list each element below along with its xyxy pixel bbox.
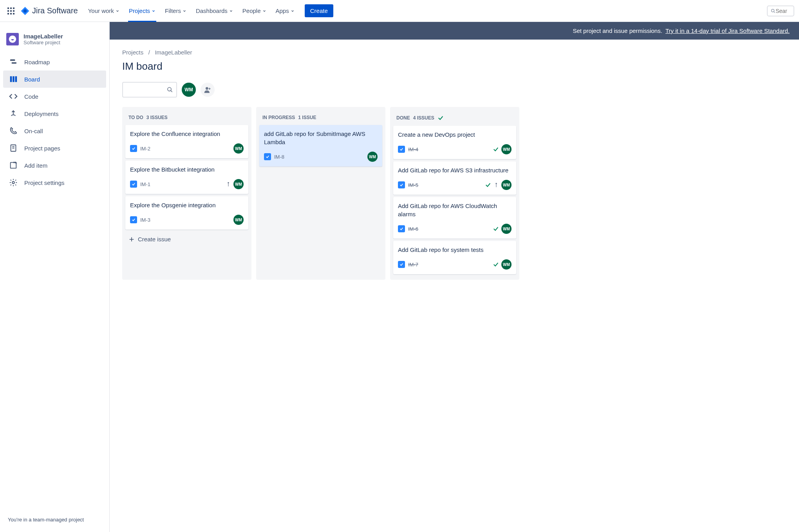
board-search[interactable] [122,82,177,98]
svg-rect-1 [10,7,12,9]
app-switcher-icon [7,7,15,15]
nav-item-label: Your work [88,7,114,14]
sidebar-item-code[interactable]: Code [3,88,106,105]
chevron-down-icon [291,9,295,13]
task-type-icon [398,225,405,232]
board-search-input[interactable] [126,87,167,93]
task-type-icon [398,146,405,153]
column-header[interactable]: Done4 issues [393,110,516,126]
sidebar-footer: You're in a team-managed project [3,512,106,527]
sidebar-item-label: Code [24,93,38,100]
chevron-down-icon [152,9,155,13]
sidebar-item-project-settings[interactable]: Project settings [3,174,106,191]
add-people-button[interactable] [201,83,215,97]
sidebar-item-label: Add item [24,162,47,169]
create-button[interactable]: Create [305,4,333,17]
sidebar-item-label: On-call [24,128,43,134]
svg-rect-6 [7,13,9,14]
column-name: To Do [128,115,143,120]
jira-logo-icon [20,6,30,16]
issue-title: Create a new DevOps project [398,130,512,139]
nav-item-apps[interactable]: Apps [272,4,298,17]
issue-card[interactable]: Add GitLab repo for system testsIM-7WM [393,241,516,274]
nav-items: Your workProjectsFiltersDashboardsPeople… [84,4,298,17]
issue-card[interactable]: Add GitLab repo for AWS CloudWatch alarm… [393,197,516,239]
sidebar-item-roadmap[interactable]: Roadmap [3,53,106,71]
nav-item-your-work[interactable]: Your work [84,4,123,17]
issue-card[interactable]: add GitLab repo for SubmitImage AWS Lamb… [259,125,382,166]
user-avatar[interactable]: WM [182,83,196,97]
plus-icon [128,236,135,242]
assignee-avatar[interactable]: WM [501,180,512,190]
global-search[interactable] [767,5,794,16]
create-issue-label: Create issue [138,236,171,242]
nav-item-label: People [242,7,261,14]
svg-point-20 [12,181,14,184]
project-type: Software project [24,40,63,45]
breadcrumb-current[interactable]: ImageLabeller [155,49,192,56]
column-name: Done [396,115,410,121]
issue-title: Explore the Confluence integration [130,130,244,138]
svg-rect-19 [11,163,16,168]
sidebar-item-label: Project settings [24,179,65,186]
issue-key: IM-1 [140,181,150,187]
board-toolbar: WM [122,82,786,98]
svg-rect-13 [10,76,12,82]
nav-item-people[interactable]: People [239,4,270,17]
breadcrumb-root[interactable]: Projects [122,49,143,56]
column-count: 3 issues [146,115,168,120]
create-issue-button[interactable]: Create issue [125,232,248,246]
assignee-avatar[interactable]: WM [233,179,244,189]
project-icon [6,33,19,45]
assignee-avatar[interactable]: WM [501,224,512,234]
global-search-input[interactable] [776,8,790,14]
issue-card[interactable]: Explore the Opsgenie integrationIM-3WM [125,196,248,230]
sidebar-item-deployments[interactable]: Deployments [3,105,106,122]
nav-item-projects[interactable]: Projects [125,4,159,17]
page-title: IM board [122,60,786,72]
project-header[interactable]: ImageLabeller Software project [3,30,106,49]
assignee-avatar[interactable]: WM [501,259,512,270]
banner-text: Set project and issue permissions. [573,27,662,34]
issue-title: Explore the Opsgenie integration [130,201,244,209]
assignee-avatar[interactable]: WM [233,143,244,154]
issue-card[interactable]: Add GitLab repo for AWS S3 infrastructur… [393,161,516,195]
sidebar: ImageLabeller Software project RoadmapBo… [0,22,110,532]
sidebar-item-project-pages[interactable]: Project pages [3,139,106,157]
nav-item-filters[interactable]: Filters [161,4,190,17]
jira-logo[interactable]: Jira Software [20,6,78,16]
sidebar-item-label: Roadmap [24,59,50,65]
assignee-avatar[interactable]: WM [233,215,244,225]
chevron-down-icon [229,9,233,13]
banner-link[interactable]: Try it in a 14-day trial of Jira Softwar… [665,27,790,34]
svg-rect-8 [13,13,14,14]
svg-line-10 [774,11,775,13]
main-content: Set project and issue permissions. Try i… [110,22,799,532]
issue-card[interactable]: Create a new DevOps projectIM-4WM [393,126,516,159]
svg-point-26 [495,183,497,185]
task-type-icon [130,216,137,223]
priority-icon [226,181,231,187]
task-type-icon [130,145,137,152]
sidebar-item-board[interactable]: Board [3,71,106,88]
svg-rect-5 [13,10,14,12]
sidebar-item-add-item[interactable]: Add item [3,157,106,174]
issue-card[interactable]: Explore the Bitbucket integrationIM-1WM [125,161,248,194]
issue-title: Add GitLab repo for system tests [398,246,512,254]
svg-rect-11 [10,60,15,61]
add-person-icon [204,86,212,94]
sidebar-item-on-call[interactable]: On-call [3,122,106,139]
nav-item-label: Projects [129,7,150,14]
svg-rect-14 [13,76,14,82]
assignee-avatar[interactable]: WM [501,144,512,154]
svg-point-9 [772,9,774,12]
svg-rect-4 [10,10,12,12]
issue-card[interactable]: Explore the Confluence integrationIM-2WM [125,125,248,158]
column-header[interactable]: To Do3 issues [125,110,248,125]
task-type-icon [130,181,137,188]
column-header[interactable]: In Progress1 issue [259,110,382,125]
assignee-avatar[interactable]: WM [367,152,378,162]
app-switcher-button[interactable] [5,5,17,17]
nav-item-label: Dashboards [196,7,228,14]
nav-item-dashboards[interactable]: Dashboards [192,4,237,17]
